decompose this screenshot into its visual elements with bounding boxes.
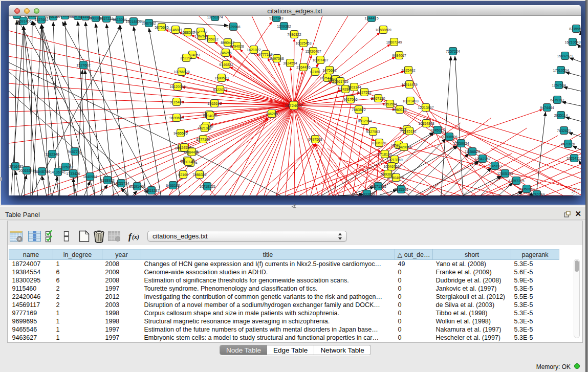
svg-text:746266: 746266: [220, 51, 231, 55]
svg-text:7357224: 7357224: [446, 50, 460, 53]
svg-text:1209382: 1209382: [277, 25, 291, 28]
svg-text:2364436: 2364436: [185, 150, 199, 154]
svg-text:10958127: 10958127: [518, 187, 534, 191]
svg-text:1733426: 1733426: [66, 172, 80, 176]
svg-text:3624554: 3624554: [283, 61, 297, 65]
svg-text:746266: 746266: [266, 112, 277, 116]
svg-text:9474444: 9474444: [540, 106, 554, 110]
svg-text:1527602: 1527602: [34, 18, 48, 21]
svg-text:1353594: 1353594: [383, 102, 397, 106]
svg-text:10025453: 10025453: [295, 41, 311, 45]
svg-text:16120746: 16120746: [169, 85, 185, 89]
svg-text:15720407: 15720407: [305, 50, 321, 53]
svg-text:17357225: 17357225: [508, 179, 524, 183]
svg-text:7625402: 7625402: [401, 69, 415, 72]
svg-text:7515546: 7515546: [394, 188, 408, 191]
svg-text:16961755: 16961755: [332, 80, 348, 83]
svg-text:10807487: 10807487: [312, 58, 328, 62]
svg-text:10154808: 10154808: [418, 122, 434, 125]
svg-text:16671355: 16671355: [370, 185, 386, 188]
svg-text:12213967: 12213967: [418, 106, 433, 110]
svg-text:62160: 62160: [310, 70, 320, 74]
svg-text:62160: 62160: [178, 173, 188, 177]
svg-text:8215955: 8215955: [569, 27, 581, 31]
svg-text:8990448: 8990448: [221, 41, 234, 45]
svg-text:1621022: 1621022: [198, 126, 211, 130]
svg-text:7632621: 7632621: [557, 129, 571, 133]
svg-text:7357224: 7357224: [99, 17, 113, 20]
svg-text:7803144: 7803144: [347, 85, 361, 89]
svg-text:8960124: 8960124: [393, 108, 406, 112]
svg-text:1244415: 1244415: [364, 16, 378, 20]
svg-text:9084067: 9084067: [392, 54, 406, 57]
svg-text:3267130: 3267130: [371, 97, 385, 100]
svg-text:10756928: 10756928: [173, 70, 189, 74]
svg-text:8427552: 8427552: [357, 91, 371, 94]
svg-text:1640954: 1640954: [83, 175, 97, 179]
svg-text:16033809: 16033809: [359, 192, 375, 196]
svg-text:12342757: 12342757: [474, 157, 490, 161]
svg-text:20206506: 20206506: [441, 135, 457, 139]
svg-text:8938923: 8938923: [100, 179, 114, 182]
svg-text:9245012: 9245012: [430, 128, 444, 132]
svg-text:10688609: 10688609: [375, 28, 391, 32]
svg-text:252294: 252294: [180, 56, 192, 60]
svg-text:6497568: 6497568: [308, 138, 322, 141]
svg-text:8186328: 8186328: [372, 141, 386, 145]
svg-text:15692921: 15692921: [557, 54, 573, 58]
svg-text:10973493: 10973493: [402, 99, 418, 103]
svg-text:10719155: 10719155: [199, 185, 215, 188]
svg-text:9329966: 9329966: [226, 25, 240, 29]
svg-text:20691406: 20691406: [15, 19, 31, 23]
svg-text:39975887: 39975887: [57, 165, 73, 169]
svg-text:1615132: 1615132: [402, 129, 416, 133]
svg-text:1267534: 1267534: [552, 83, 565, 87]
svg-text:6497568: 6497568: [270, 57, 284, 60]
svg-text:9227343: 9227343: [269, 16, 283, 20]
svg-text:13751074: 13751074: [207, 16, 223, 19]
svg-text:1145193: 1145193: [488, 164, 502, 168]
svg-text:10782759: 10782759: [529, 193, 545, 196]
svg-text:2087682: 2087682: [142, 21, 156, 25]
svg-text:9327503: 9327503: [366, 130, 380, 134]
svg-text:2718126: 2718126: [378, 152, 391, 156]
svg-text:6466160: 6466160: [166, 184, 180, 187]
svg-text:13716485: 13716485: [9, 165, 24, 168]
svg-text:6479197: 6479197: [550, 98, 564, 102]
svg-text:8471676: 8471676: [561, 142, 575, 146]
svg-text:9146821: 9146821: [219, 63, 233, 67]
svg-text:7986322: 7986322: [287, 33, 301, 36]
svg-text:6794028: 6794028: [230, 45, 244, 48]
svg-text:10853287: 10853287: [143, 189, 159, 192]
svg-text:9699695: 9699695: [169, 116, 183, 120]
svg-text:9115460: 9115460: [170, 100, 184, 104]
svg-text:(x): (x): [132, 233, 139, 240]
svg-text:17010504: 17010504: [553, 69, 569, 72]
svg-text:10046766: 10046766: [383, 165, 399, 168]
svg-text:1588520: 1588520: [214, 76, 228, 80]
svg-text:14055714: 14055714: [113, 182, 129, 185]
svg-text:1588520: 1588520: [181, 31, 194, 34]
svg-text:10654112: 10654112: [567, 157, 581, 160]
svg-text:14055714: 14055714: [9, 16, 25, 17]
svg-text:12505135: 12505135: [497, 172, 513, 176]
svg-text:5875685: 5875685: [155, 26, 168, 29]
svg-text:2935114: 2935114: [554, 114, 568, 117]
svg-text:1362615: 1362615: [207, 102, 221, 105]
svg-text:12213369: 12213369: [386, 158, 402, 162]
svg-text:9457791: 9457791: [68, 150, 81, 154]
svg-text:11156829: 11156829: [465, 150, 480, 154]
svg-text:23420046: 23420046: [396, 145, 411, 149]
svg-text:7955812: 7955812: [204, 37, 218, 41]
svg-text:1075692: 1075692: [322, 69, 336, 72]
svg-text:1621022: 1621022: [247, 48, 260, 52]
svg-text:1527602: 1527602: [76, 63, 90, 67]
svg-text:7663822: 7663822: [352, 108, 365, 112]
svg-text:8813054: 8813054: [113, 18, 126, 21]
svg-text:16210643: 16210643: [564, 40, 580, 44]
svg-text:9777169: 9777169: [196, 138, 210, 141]
svg-text:17359924: 17359924: [453, 142, 469, 145]
svg-text:20053346: 20053346: [18, 169, 34, 172]
svg-text:19218506: 19218506: [125, 20, 141, 24]
svg-text:5322037: 5322037: [213, 88, 227, 92]
